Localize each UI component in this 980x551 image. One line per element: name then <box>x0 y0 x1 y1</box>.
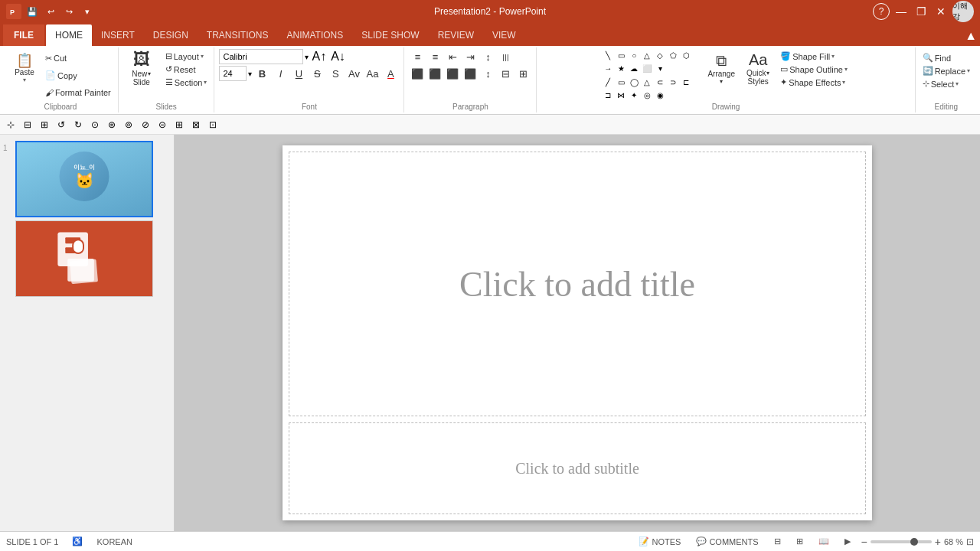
tab-home[interactable]: HOME <box>46 24 92 46</box>
shape2-6[interactable]: ⊃ <box>667 76 679 88</box>
zoom-out-button[interactable]: − <box>861 536 867 548</box>
tab-review[interactable]: REVIEW <box>429 24 483 46</box>
arrange-button[interactable]: ⧉ Arrange ▾ <box>704 49 738 87</box>
tab-transitions[interactable]: TRANSITIONS <box>198 24 278 46</box>
reset-button[interactable]: ↺ Reset <box>163 64 210 75</box>
bold-button[interactable]: B <box>253 66 270 81</box>
minimize-button[interactable]: — <box>893 3 910 20</box>
tab-file[interactable]: FILE <box>3 24 44 46</box>
tab-design[interactable]: DESIGN <box>144 24 198 46</box>
tab-insert[interactable]: INSERT <box>92 24 144 46</box>
shape2-4[interactable]: △ <box>641 76 653 88</box>
slide-subtitle-area[interactable]: Click to add subtitle <box>289 422 866 514</box>
help-button[interactable]: ? <box>873 3 890 20</box>
section-button[interactable]: ☰ Section ▾ <box>163 77 210 88</box>
more-shapes[interactable]: ▾ <box>654 62 666 74</box>
slide-image-1[interactable]: 이뇨_이 🐱 <box>15 141 153 217</box>
quick-styles-button[interactable]: Aa Quick ▾ Styles <box>741 49 775 87</box>
star-shape[interactable]: ★ <box>615 62 627 74</box>
font-color-button[interactable]: A <box>382 66 399 81</box>
shape-effects-button[interactable]: ✦ Shape Effects ▾ <box>778 77 850 88</box>
reading-view-button[interactable]: 📖 <box>814 535 834 548</box>
ft-btn-7[interactable]: ⊛ <box>104 117 119 132</box>
normal-view-button[interactable]: ⊟ <box>769 535 786 548</box>
ft-btn-13[interactable]: ⊡ <box>205 117 220 132</box>
tab-slideshow[interactable]: SLIDE SHOW <box>352 24 428 46</box>
increase-indent-button[interactable]: ⇥ <box>462 49 479 64</box>
layout-button[interactable]: ⊟ Layout ▾ <box>163 51 210 62</box>
shadow-button[interactable]: S <box>327 66 344 81</box>
tab-animations[interactable]: ANIMATIONS <box>277 24 352 46</box>
ft-btn-9[interactable]: ⊘ <box>138 117 153 132</box>
font-size-input[interactable] <box>219 66 247 81</box>
justify-button[interactable]: ⬛ <box>462 66 479 81</box>
align-left-button[interactable]: ⬛ <box>409 66 426 81</box>
ft-btn-2[interactable]: ⊟ <box>20 117 35 132</box>
shape-outline-button[interactable]: ▭ Shape Outline ▾ <box>778 64 850 75</box>
comments-button[interactable]: 💬 COMMENTS <box>691 535 763 548</box>
slide-thumb-2[interactable] <box>3 220 171 297</box>
decrease-font-size-button[interactable]: A↓ <box>329 50 347 64</box>
change-case-button[interactable]: Aa <box>364 66 381 81</box>
line-shape[interactable]: ╲ <box>602 49 614 61</box>
shape2-5[interactable]: ⊂ <box>654 76 666 88</box>
ft-btn-12[interactable]: ⊠ <box>188 117 204 132</box>
cloud-shape[interactable]: ☁ <box>628 62 640 74</box>
shape2-2[interactable]: ▭ <box>615 76 627 88</box>
ft-btn-1[interactable]: ⊹ <box>3 117 18 132</box>
char-space-button[interactable]: Av <box>345 66 362 81</box>
redo-qat-button[interactable]: ↪ <box>61 4 77 19</box>
ft-btn-6[interactable]: ⊙ <box>87 117 103 132</box>
text-direction-button[interactable]: ↕ <box>479 66 496 81</box>
numbering-button[interactable]: ≡ <box>426 49 443 64</box>
underline-button[interactable]: U <box>290 66 307 81</box>
rect-shape[interactable]: ▭ <box>615 49 627 61</box>
ft-btn-4[interactable]: ↺ <box>54 117 69 132</box>
restore-button[interactable]: ❐ <box>913 3 929 20</box>
cut-button[interactable]: ✂ Cut <box>43 53 113 64</box>
triangle-shape[interactable]: △ <box>641 49 653 61</box>
shape2-1[interactable]: ╱ <box>602 76 614 88</box>
ft-btn-3[interactable]: ⊞ <box>37 117 52 132</box>
circle-shape[interactable]: ○ <box>628 49 640 61</box>
ft-btn-8[interactable]: ⊚ <box>121 117 136 132</box>
shape2-9[interactable]: ⋈ <box>615 89 627 101</box>
font-name-input[interactable] <box>219 49 303 64</box>
ft-btn-11[interactable]: ⊞ <box>172 117 187 132</box>
slideshow-button[interactable]: ▶ <box>840 535 855 548</box>
save-qat-button[interactable]: 💾 <box>24 4 40 19</box>
diamond-shape[interactable]: ◇ <box>654 49 666 61</box>
slide-image-2[interactable] <box>15 220 153 297</box>
pentagon-shape[interactable]: ⬠ <box>667 49 679 61</box>
strikethrough-button[interactable]: S <box>309 66 325 81</box>
ribbon-collapse[interactable]: ▲ <box>965 29 977 43</box>
new-slide-button[interactable]: 🖼 New ▾ Slide <box>123 49 160 87</box>
shape2-8[interactable]: ⊐ <box>602 89 614 101</box>
slide-title-area[interactable]: Click to add title <box>289 152 866 416</box>
tab-view[interactable]: VIEW <box>483 24 525 46</box>
columns-button[interactable]: ⫼ <box>497 49 514 64</box>
shape-fill-button[interactable]: 🪣 Shape Fill ▾ <box>778 51 850 62</box>
increase-font-size-button[interactable]: A↑ <box>310 50 328 64</box>
paste-button[interactable]: 📋 Paste ▾ <box>8 49 41 87</box>
shape2-7[interactable]: ⊏ <box>680 76 692 88</box>
zoom-slider[interactable] <box>871 540 932 543</box>
align-right-button[interactable]: ⬛ <box>444 66 461 81</box>
shape2-10[interactable]: ✦ <box>628 89 640 101</box>
decrease-indent-button[interactable]: ⇤ <box>444 49 461 64</box>
replace-button[interactable]: 🔄 Replace ▾ <box>920 65 972 77</box>
text-box-shape[interactable]: ⬜ <box>641 62 653 74</box>
undo-qat-button[interactable]: ↩ <box>43 4 58 19</box>
close-button[interactable]: ✕ <box>933 3 949 20</box>
format-painter-button[interactable]: 🖌 Format Painter <box>43 87 113 98</box>
slide-sorter-button[interactable]: ⊞ <box>792 535 808 548</box>
select-button[interactable]: ⊹ Select ▾ <box>920 78 962 90</box>
align-text-button[interactable]: ⊟ <box>497 66 514 81</box>
find-button[interactable]: 🔍 Find <box>920 52 953 64</box>
shape2-3[interactable]: ◯ <box>628 76 640 88</box>
line-spacing-button[interactable]: ↕ <box>479 49 496 64</box>
hexagon-shape[interactable]: ⬡ <box>680 49 692 61</box>
shape2-11[interactable]: ◎ <box>641 89 653 101</box>
smart-art-button[interactable]: ⊞ <box>514 66 531 81</box>
ft-btn-10[interactable]: ⊝ <box>155 117 170 132</box>
